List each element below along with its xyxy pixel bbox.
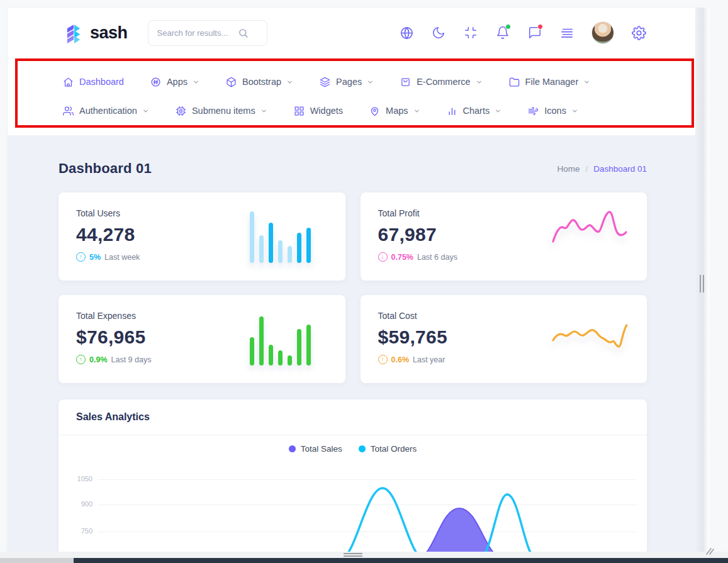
nav-label: Maps (386, 106, 408, 116)
nav-item-authentication[interactable]: Authentication (63, 106, 149, 116)
sales-analytics-title: Sales Analytics (59, 399, 647, 435)
main-nav: Dashboard Apps Bootstrap Pages (8, 59, 695, 135)
breadcrumb-separator: / (585, 164, 588, 174)
message-badge (537, 24, 543, 30)
delta-percent: 0.9% (89, 355, 108, 364)
nav-row-2: Authentication Submenu items Widgets Map… (63, 96, 695, 125)
card-total-expenses: Total Expenses $76,965 ↑ 0.9% Last 9 day… (59, 295, 345, 383)
vertical-resize-handle[interactable] (700, 275, 705, 293)
legend-total-sales[interactable]: Total Sales (289, 444, 342, 454)
header-actions (399, 21, 646, 44)
nav-item-charts[interactable]: Charts (447, 106, 502, 116)
nav-item-file-manager[interactable]: File Manager (509, 77, 591, 87)
nav-label: Submenu items (192, 106, 255, 116)
nav-label: Apps (167, 77, 188, 87)
charts-icon (447, 106, 457, 116)
total-orders-line-peak1 (340, 488, 425, 554)
home-icon (63, 77, 74, 87)
bottom-resize-bar (0, 552, 728, 558)
chevron-down-icon (260, 108, 267, 114)
file-manager-icon (509, 77, 520, 87)
apps-icon (150, 77, 161, 87)
stat-cards-grid: Total Users 44,278 ↑ 5% Last week Total … (59, 192, 647, 383)
screen: sash (0, 0, 728, 563)
app-window: sash (8, 8, 695, 552)
brand-logo[interactable]: sash (63, 22, 128, 43)
nav-label: File Manager (525, 77, 579, 87)
notification-badge (505, 24, 511, 30)
delta-percent: 0.75% (391, 253, 413, 262)
total-sales-area (417, 508, 503, 554)
nav-item-apps[interactable]: Apps (150, 77, 199, 87)
dark-mode-moon-icon[interactable] (431, 25, 446, 40)
nav-item-maps[interactable]: Maps (369, 106, 420, 116)
search-box[interactable] (148, 20, 267, 46)
search-icon[interactable] (238, 28, 249, 38)
nav-item-pages[interactable]: Pages (320, 77, 374, 87)
horizontal-resize-handle[interactable] (344, 553, 362, 557)
fullscreen-icon[interactable] (463, 25, 478, 40)
trend-down-icon: ↓ (378, 252, 388, 262)
breadcrumb: Home / Dashboard 01 (557, 164, 647, 174)
chevron-down-icon (571, 108, 578, 114)
authentication-icon (63, 106, 74, 116)
search-input[interactable] (157, 28, 238, 38)
cost-line-sparkline (550, 316, 629, 368)
maps-icon (369, 106, 380, 116)
pages-icon (320, 77, 330, 87)
sales-analytics-card: Sales Analytics Total Sales Total Orders… (59, 399, 647, 554)
chevron-down-icon (142, 108, 149, 114)
ecommerce-icon (400, 77, 411, 87)
nav-label: Dashboard (79, 77, 124, 87)
legend-dot-cyan (359, 445, 366, 452)
chevron-down-icon (495, 108, 501, 114)
corner-resize-grip[interactable] (704, 547, 714, 555)
shortcuts-list-icon[interactable] (559, 25, 574, 40)
globe-icon[interactable] (399, 25, 414, 40)
delta-period: Last year (413, 355, 445, 364)
nav-label: Widgets (310, 106, 343, 116)
widgets-icon (294, 106, 305, 116)
delta-period: Last 9 days (111, 355, 152, 364)
settings-gear-icon[interactable] (631, 25, 646, 40)
trend-up-icon: ↑ (76, 252, 86, 262)
icons-icon (528, 106, 539, 116)
messages-chat-icon[interactable] (527, 25, 542, 40)
nav-label: Pages (336, 77, 362, 87)
brand-name: sash (90, 23, 128, 43)
chevron-down-icon (583, 79, 590, 86)
nav-item-ecommerce[interactable]: E-Commerce (400, 77, 482, 87)
card-total-profit: Total Profit 67,987 ↓ 0.75% Last 6 days (361, 192, 647, 281)
nav-item-icons[interactable]: Icons (528, 106, 578, 116)
legend-label: Total Orders (371, 444, 417, 454)
chevron-down-icon (286, 79, 293, 86)
notifications-bell-icon[interactable] (495, 25, 510, 40)
bootstrap-icon (226, 77, 237, 87)
chart-legend: Total Sales Total Orders (59, 444, 647, 454)
nav-item-widgets[interactable]: Widgets (294, 106, 343, 116)
expenses-bar-sparkline (250, 314, 318, 365)
trend-up-icon: ↑ (76, 355, 86, 364)
nav-item-bootstrap[interactable]: Bootstrap (226, 77, 293, 87)
nav-item-dashboard[interactable]: Dashboard (63, 77, 124, 87)
delta-period: Last 6 days (417, 253, 457, 262)
legend-total-orders[interactable]: Total Orders (359, 444, 417, 454)
delta-period: Last week (104, 253, 140, 262)
page-header: Dashboard 01 Home / Dashboard 01 (59, 135, 647, 177)
users-bar-sparkline (250, 211, 318, 263)
nav-label: E-Commerce (417, 77, 470, 87)
top-header: sash (8, 8, 695, 59)
card-total-cost: Total Cost $59,765 ↑ 0.6% Last year (361, 295, 647, 383)
nav-label: Bootstrap (242, 77, 281, 87)
breadcrumb-home[interactable]: Home (557, 164, 580, 174)
chevron-down-icon (367, 79, 374, 86)
sales-chart-curves (59, 459, 647, 554)
total-orders-line-peak2 (479, 494, 537, 554)
delta-percent: 0.6% (391, 355, 410, 364)
user-avatar[interactable] (591, 21, 614, 44)
nav-row-1: Dashboard Apps Bootstrap Pages (63, 67, 695, 96)
horizontal-scrollbar-thumb[interactable] (74, 558, 728, 563)
nav-item-submenu-items[interactable]: Submenu items (176, 106, 267, 116)
chevron-down-icon (476, 79, 483, 86)
sash-logo-icon (63, 22, 84, 43)
